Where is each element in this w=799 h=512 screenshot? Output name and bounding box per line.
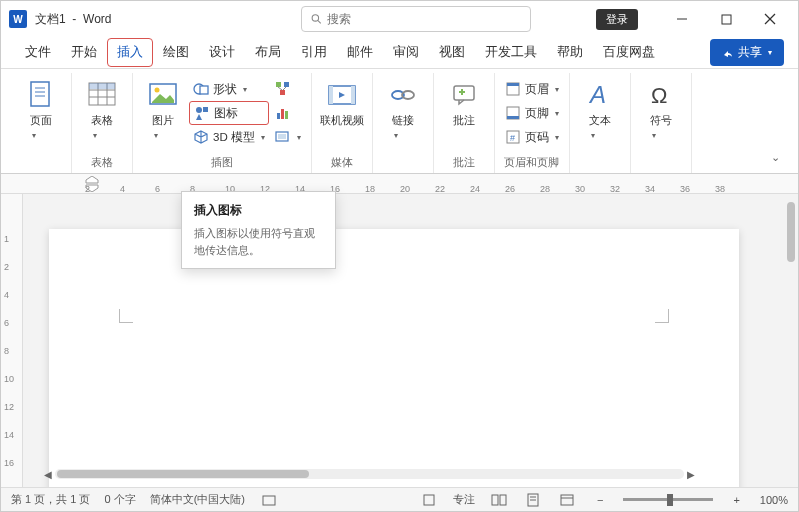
svg-text:Ω: Ω xyxy=(651,83,667,108)
pages-button[interactable]: 页面▾ xyxy=(17,77,65,142)
menu-邮件[interactable]: 邮件 xyxy=(337,38,383,67)
status-language[interactable]: 简体中文(中国大陆) xyxy=(150,492,245,507)
group-label-illustrations: 插图 xyxy=(211,152,233,173)
status-focus[interactable]: 专注 xyxy=(453,492,475,507)
horizontal-ruler[interactable]: 2468101214161820222426283032343638 xyxy=(1,174,798,194)
maximize-button[interactable] xyxy=(706,4,746,34)
scrollbar-thumb[interactable] xyxy=(57,470,309,478)
svg-rect-3 xyxy=(722,15,731,24)
link-icon xyxy=(387,79,419,111)
symbols-button[interactable]: Ω 符号▾ xyxy=(637,77,685,142)
margin-corner-icon xyxy=(119,309,133,323)
online-video-button[interactable]: 联机视频 xyxy=(318,77,366,130)
menu-引用[interactable]: 引用 xyxy=(291,38,337,67)
group-label-headerfooter: 页眉和页脚 xyxy=(504,152,559,173)
menu-设计[interactable]: 设计 xyxy=(199,38,245,67)
svg-rect-22 xyxy=(276,82,281,87)
3d-model-button[interactable]: 3D 模型▾ xyxy=(189,125,269,149)
menu-帮助[interactable]: 帮助 xyxy=(547,38,593,67)
svg-point-0 xyxy=(312,15,318,21)
menu-审阅[interactable]: 审阅 xyxy=(383,38,429,67)
svg-line-26 xyxy=(283,87,286,90)
scrollbar-thumb[interactable] xyxy=(787,202,795,262)
scroll-right-icon[interactable]: ▶ xyxy=(684,469,698,480)
vertical-scrollbar[interactable] xyxy=(786,202,796,457)
word-app-icon: W xyxy=(9,10,27,28)
scroll-left-icon[interactable]: ◀ xyxy=(41,469,55,480)
smartart-button[interactable] xyxy=(271,77,305,101)
document-area: 1246810121416 ◀ ▶ xyxy=(1,194,798,487)
svg-rect-6 xyxy=(31,82,49,106)
document-page[interactable] xyxy=(49,229,739,487)
svg-rect-19 xyxy=(200,86,208,94)
menu-布局[interactable]: 布局 xyxy=(245,38,291,67)
video-icon xyxy=(326,79,358,111)
menu-百度网盘[interactable]: 百度网盘 xyxy=(593,38,665,67)
share-button[interactable]: 共享▾ xyxy=(710,39,784,66)
svg-rect-49 xyxy=(424,495,434,505)
pictures-button[interactable]: 图片▾ xyxy=(139,77,187,142)
title-bar: W 文档1 - Word 登录 xyxy=(1,1,798,37)
footer-icon xyxy=(505,105,521,121)
chart-icon xyxy=(275,105,291,121)
svg-point-17 xyxy=(155,88,160,93)
menu-视图[interactable]: 视图 xyxy=(429,38,475,67)
page-number-button[interactable]: #页码▾ xyxy=(501,125,563,149)
screenshot-button[interactable]: ▾ xyxy=(271,125,305,149)
group-label-links xyxy=(401,155,404,173)
menu-开始[interactable]: 开始 xyxy=(61,38,107,67)
share-icon xyxy=(722,47,734,59)
minimize-button[interactable] xyxy=(662,4,702,34)
status-word-count[interactable]: 0 个字 xyxy=(104,492,135,507)
svg-point-20 xyxy=(196,107,202,113)
focus-icon[interactable] xyxy=(419,492,439,508)
shapes-icon xyxy=(193,81,209,97)
status-bar: 第 1 页，共 1 页 0 个字 简体中文(中国大陆) 专注 − + 100% xyxy=(1,487,798,511)
pagenumber-icon: # xyxy=(505,129,521,145)
zoom-slider[interactable] xyxy=(623,498,713,501)
search-input[interactable] xyxy=(327,12,522,26)
group-label-comments: 批注 xyxy=(453,152,475,173)
accessibility-icon[interactable] xyxy=(259,492,279,508)
svg-text:A: A xyxy=(588,81,606,108)
svg-rect-50 xyxy=(492,495,498,505)
group-label-tables: 表格 xyxy=(91,152,113,173)
shapes-button[interactable]: 形状▾ xyxy=(189,77,269,101)
ribbon-collapse-button[interactable]: ⌄ xyxy=(761,139,788,173)
horizontal-scrollbar[interactable]: ◀ ▶ xyxy=(41,467,698,481)
web-layout-icon[interactable] xyxy=(557,492,577,508)
status-page[interactable]: 第 1 页，共 1 页 xyxy=(11,492,90,507)
close-button[interactable] xyxy=(750,4,790,34)
svg-rect-33 xyxy=(329,86,333,104)
svg-rect-21 xyxy=(203,107,208,112)
tables-button[interactable]: 表格▾ xyxy=(78,77,126,142)
document-title: 文档1 - Word xyxy=(35,11,111,28)
menu-插入[interactable]: 插入 xyxy=(107,38,153,67)
chart-button[interactable] xyxy=(271,101,305,125)
comments-button[interactable]: 批注 xyxy=(440,77,488,130)
header-button[interactable]: 页眉▾ xyxy=(501,77,563,101)
menu-文件[interactable]: 文件 xyxy=(15,38,61,67)
svg-rect-27 xyxy=(277,113,280,119)
zoom-out-button[interactable]: − xyxy=(591,494,609,506)
zoom-in-button[interactable]: + xyxy=(727,494,745,506)
comment-icon xyxy=(448,79,480,111)
footer-button[interactable]: 页脚▾ xyxy=(501,101,563,125)
svg-rect-23 xyxy=(284,82,289,87)
print-layout-icon[interactable] xyxy=(523,492,543,508)
pages-icon xyxy=(25,79,57,111)
svg-rect-28 xyxy=(281,109,284,119)
tooltip-title: 插入图标 xyxy=(194,202,323,219)
zoom-level[interactable]: 100% xyxy=(760,494,788,506)
vertical-ruler[interactable]: 1246810121416 xyxy=(1,194,23,487)
svg-rect-34 xyxy=(351,86,355,104)
menu-绘图[interactable]: 绘图 xyxy=(153,38,199,67)
links-button[interactable]: 链接▾ xyxy=(379,77,427,142)
read-mode-icon[interactable] xyxy=(489,492,509,508)
text-button[interactable]: A 文本▾ xyxy=(576,77,624,142)
icons-button[interactable]: 图标 xyxy=(189,101,269,125)
login-button[interactable]: 登录 xyxy=(596,9,638,30)
menu-开发工具[interactable]: 开发工具 xyxy=(475,38,547,67)
search-box[interactable] xyxy=(301,6,531,32)
ribbon: 页面▾ 表格▾ 表格 图片▾ 形状▾ 图标 3D 模型▾ xyxy=(1,69,798,174)
